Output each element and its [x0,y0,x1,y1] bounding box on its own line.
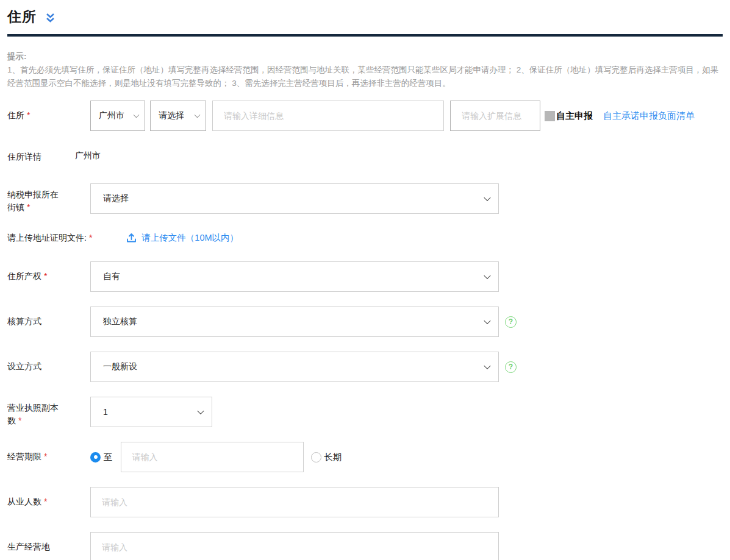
hint-text: 1、首先必须先填写住所，保证住所（地址）填写完整再选择经营范围，因经营范围与地址… [7,65,718,88]
term-until-label: 至 [104,452,113,463]
establish-select[interactable]: 一般新设 [90,352,499,382]
accounting-controls: 独立核算 ? [90,307,517,337]
required-mark: * [27,110,30,120]
establish-controls: 一般新设 ? [90,352,517,382]
tax-street-select-value: 请选择 [103,193,129,204]
row-upload: 请上传地址证明文件:* 请上传文件（10M以内） [7,232,723,244]
help-icon[interactable]: ? [505,361,517,373]
upload-file-button[interactable]: 请上传文件（10M以内） [126,232,238,244]
accounting-select-value: 独立核算 [103,316,137,327]
collapse-section-button[interactable] [45,12,55,24]
required-mark: * [44,452,47,461]
city-select[interactable]: 广州市 [90,101,145,131]
production-site-label: 生产经营地 [7,532,90,553]
row-property-right: 住所产权* 自有 [7,261,723,292]
chevron-down-icon [197,408,204,414]
page-title: 住所 [7,7,37,26]
chevron-down-icon [195,112,201,118]
row-accounting: 核算方式 独立核算 ? [7,307,723,337]
required-mark: * [44,271,47,281]
section-header: 住所 [7,6,723,26]
term-longterm-radio[interactable] [311,452,321,463]
license-copies-controls: 1 [90,397,212,427]
property-right-select[interactable]: 自有 [90,261,499,292]
property-right-label: 住所产权* [7,261,90,283]
hint-label: 提示: [7,50,723,63]
employees-controls [90,487,499,517]
district-select-value: 请选择 [159,110,184,121]
property-right-controls: 自有 [90,261,499,292]
city-select-value: 广州市 [99,110,124,121]
chevron-down-icon [484,272,490,279]
required-mark: * [27,202,30,212]
row-tax-street: 纳税申报所在 街镇* 请选择 [7,183,723,214]
business-term-controls: 至 长期 [90,442,342,472]
address-section: 住所 提示: 1、首先必须先填写住所，保证住所（地址）填写完整再选择经营范围，因… [0,0,730,560]
row-address: 住所* 广州市 请选择 自主申报 自主承诺申报负面清单 [7,101,723,131]
help-icon[interactable]: ? [505,316,517,328]
license-copies-select-value: 1 [103,407,108,417]
required-mark: * [89,233,92,243]
chevron-down-icon [484,194,490,201]
self-declare-label: 自主申报 [556,110,593,122]
district-select[interactable]: 请选择 [150,101,206,131]
business-term-label: 经营期限* [7,442,90,463]
chevron-down-icon [134,112,140,118]
row-license-copies: 营业执照副本 数* 1 [7,397,723,427]
upload-icon [126,233,137,243]
self-declare-checkbox[interactable] [545,111,555,121]
required-mark: * [18,416,21,425]
employees-input[interactable] [90,487,499,517]
address-form: 住所* 广州市 请选择 自主申报 自主承诺申报负面清单 住所详情 [7,101,723,560]
license-copies-select[interactable]: 1 [90,397,212,427]
address-ext-input[interactable] [450,101,540,131]
tax-street-controls: 请选择 [90,183,499,214]
tax-street-select[interactable]: 请选择 [90,183,499,214]
address-controls: 广州市 请选择 自主申报 自主承诺申报负面清单 [90,101,695,131]
tax-street-label: 纳税申报所在 街镇* [7,183,90,214]
term-date-input[interactable] [121,442,304,472]
upload-link-text: 请上传文件（10M以内） [141,232,238,244]
accounting-label: 核算方式 [7,307,90,328]
establish-label: 设立方式 [7,352,90,373]
hint-block: 提示: 1、首先必须先填写住所，保证住所（地址）填写完整再选择经营范围，因经营范… [7,50,723,90]
row-employees: 从业人数* [7,487,723,517]
section-divider [7,34,723,37]
establish-select-value: 一般新设 [103,361,137,372]
row-business-term: 经营期限* 至 长期 [7,442,723,472]
property-right-select-value: 自有 [103,271,120,282]
employees-label: 从业人数* [7,487,90,508]
accounting-select[interactable]: 独立核算 [90,307,499,337]
required-mark: * [44,497,47,506]
row-address-detail: 住所详情 广州市 [7,149,723,163]
production-site-input[interactable] [90,532,499,560]
negative-list-link[interactable]: 自主承诺申报负面清单 [603,110,695,122]
term-until-radio[interactable] [90,452,101,463]
upload-label: 请上传地址证明文件:* [7,233,92,244]
term-longterm-label: 长期 [324,452,342,463]
row-production-site: 生产经营地 [7,532,723,560]
row-establish: 设立方式 一般新设 ? [7,352,723,382]
chevron-down-icon [484,363,490,369]
address-detail-input[interactable] [212,101,444,131]
license-copies-label: 营业执照副本 数* [7,397,90,427]
address-detail-value: 广州市 [75,149,101,161]
chevron-down-icon [484,317,490,324]
double-chevron-down-icon [45,12,55,24]
address-label: 住所* [7,101,90,122]
production-site-controls [90,532,499,560]
